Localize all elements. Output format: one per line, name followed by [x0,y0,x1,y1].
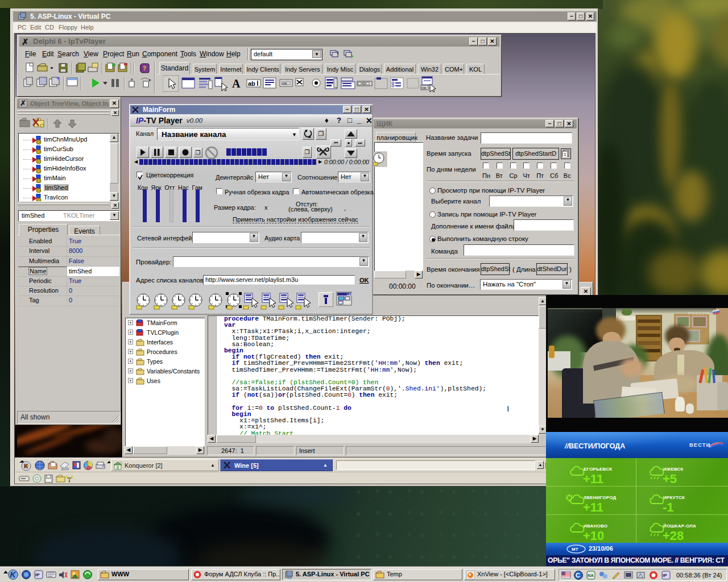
svg-text:МТ: МТ [572,547,578,552]
svg-text:IP: IP [35,572,40,577]
svg-text:1: 1 [564,152,566,157]
svg-text:1: 1 [337,51,339,55]
svg-text:OK: OK [282,82,287,85]
svg-text:LBX: LBX [347,293,353,296]
svg-text:C: C [576,572,580,579]
svg-text:NA: NA [588,573,594,578]
svg-text:ab: ab [248,80,255,87]
svg-text:?: ? [143,65,146,72]
svg-text:IP: IP [663,573,667,578]
svg-text:K: K [10,570,16,579]
svg-text:A: A [232,77,241,90]
svg-text:K: K [24,463,28,469]
svg-text:OK: OK [421,86,427,90]
